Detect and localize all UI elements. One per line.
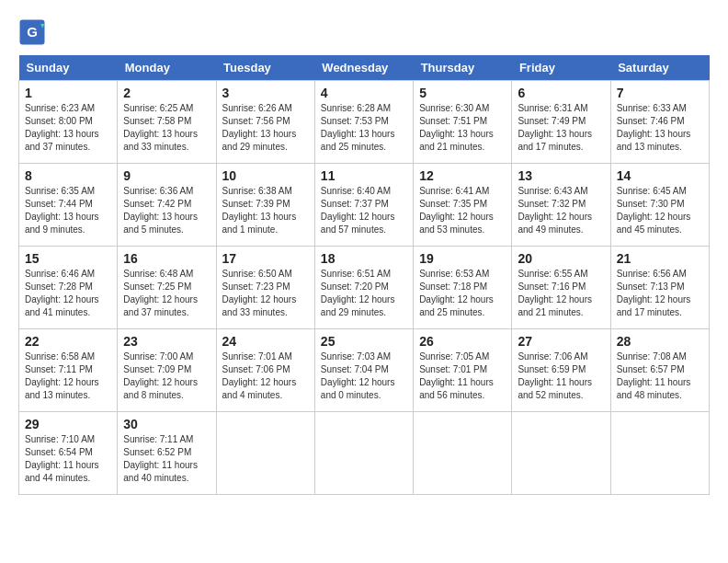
cell-details: Sunrise: 7:05 AMSunset: 7:01 PMDaylight:… — [419, 350, 506, 402]
cell-details: Sunrise: 6:45 AMSunset: 7:30 PMDaylight:… — [617, 185, 703, 236]
page-header: G — [18, 18, 710, 46]
cell-details: Sunrise: 7:10 AMSunset: 6:54 PMDaylight:… — [25, 433, 111, 485]
column-header-thursday: Thursday — [414, 55, 512, 81]
cell-details: Sunrise: 7:01 AMSunset: 7:06 PMDaylight:… — [222, 350, 309, 402]
calendar-cell: 25Sunrise: 7:03 AMSunset: 7:04 PMDayligh… — [314, 329, 413, 412]
calendar-cell: 28Sunrise: 7:08 AMSunset: 6:57 PMDayligh… — [610, 329, 709, 412]
cell-details: Sunrise: 6:48 AMSunset: 7:25 PMDaylight:… — [123, 268, 210, 319]
calendar-cell: 29Sunrise: 7:10 AMSunset: 6:54 PMDayligh… — [19, 412, 118, 495]
week-row-2: 8Sunrise: 6:35 AMSunset: 7:44 PMDaylight… — [19, 164, 710, 247]
cell-details: Sunrise: 6:56 AMSunset: 7:13 PMDaylight:… — [617, 268, 703, 319]
day-number: 30 — [123, 417, 210, 431]
day-number: 16 — [123, 251, 210, 266]
column-header-sunday: Sunday — [19, 55, 118, 81]
calendar-cell — [512, 412, 610, 495]
calendar-cell: 8Sunrise: 6:35 AMSunset: 7:44 PMDaylight… — [19, 164, 118, 247]
cell-details: Sunrise: 6:30 AMSunset: 7:51 PMDaylight:… — [419, 102, 506, 154]
cell-details: Sunrise: 6:28 AMSunset: 7:53 PMDaylight:… — [321, 102, 407, 154]
day-number: 2 — [123, 86, 210, 100]
day-number: 8 — [25, 168, 111, 183]
cell-details: Sunrise: 6:26 AMSunset: 7:56 PMDaylight:… — [222, 102, 309, 154]
calendar-cell: 5Sunrise: 6:30 AMSunset: 7:51 PMDaylight… — [414, 81, 512, 164]
cell-details: Sunrise: 7:08 AMSunset: 6:57 PMDaylight:… — [617, 350, 703, 402]
calendar-cell: 4Sunrise: 6:28 AMSunset: 7:53 PMDaylight… — [314, 81, 413, 164]
week-row-4: 22Sunrise: 6:58 AMSunset: 7:11 PMDayligh… — [19, 329, 710, 412]
day-number: 1 — [25, 86, 111, 100]
calendar-cell: 17Sunrise: 6:50 AMSunset: 7:23 PMDayligh… — [216, 247, 314, 329]
calendar-cell: 23Sunrise: 7:00 AMSunset: 7:09 PMDayligh… — [118, 329, 216, 412]
cell-details: Sunrise: 6:58 AMSunset: 7:11 PMDaylight:… — [25, 350, 111, 402]
day-number: 3 — [222, 86, 309, 100]
cell-details: Sunrise: 6:46 AMSunset: 7:28 PMDaylight:… — [25, 268, 111, 319]
day-number: 12 — [419, 168, 506, 183]
calendar-cell: 7Sunrise: 6:33 AMSunset: 7:46 PMDaylight… — [610, 81, 709, 164]
day-number: 13 — [518, 168, 604, 183]
cell-details: Sunrise: 7:06 AMSunset: 6:59 PMDaylight:… — [518, 350, 604, 402]
day-number: 26 — [419, 334, 506, 349]
day-number: 21 — [617, 251, 703, 266]
cell-details: Sunrise: 7:00 AMSunset: 7:09 PMDaylight:… — [123, 350, 210, 402]
day-number: 4 — [321, 86, 407, 100]
calendar-cell — [314, 412, 413, 495]
day-number: 11 — [321, 168, 407, 183]
column-header-wednesday: Wednesday — [314, 55, 413, 81]
calendar-cell: 12Sunrise: 6:41 AMSunset: 7:35 PMDayligh… — [414, 164, 512, 247]
cell-details: Sunrise: 6:38 AMSunset: 7:39 PMDaylight:… — [222, 185, 309, 236]
day-number: 18 — [321, 251, 407, 266]
calendar-cell: 9Sunrise: 6:36 AMSunset: 7:42 PMDaylight… — [118, 164, 216, 247]
calendar-cell: 11Sunrise: 6:40 AMSunset: 7:37 PMDayligh… — [314, 164, 413, 247]
calendar-cell: 13Sunrise: 6:43 AMSunset: 7:32 PMDayligh… — [512, 164, 610, 247]
day-number: 23 — [123, 334, 210, 349]
day-number: 17 — [222, 251, 309, 266]
cell-details: Sunrise: 6:23 AMSunset: 8:00 PMDaylight:… — [25, 102, 111, 154]
calendar-cell: 14Sunrise: 6:45 AMSunset: 7:30 PMDayligh… — [610, 164, 709, 247]
day-number: 10 — [222, 168, 309, 183]
calendar-cell: 10Sunrise: 6:38 AMSunset: 7:39 PMDayligh… — [216, 164, 314, 247]
calendar-cell: 24Sunrise: 7:01 AMSunset: 7:06 PMDayligh… — [216, 329, 314, 412]
column-header-tuesday: Tuesday — [216, 55, 314, 81]
day-number: 19 — [419, 251, 506, 266]
cell-details: Sunrise: 6:50 AMSunset: 7:23 PMDaylight:… — [222, 268, 309, 319]
day-number: 27 — [518, 334, 604, 349]
day-number: 5 — [419, 86, 506, 100]
calendar-cell: 2Sunrise: 6:25 AMSunset: 7:58 PMDaylight… — [118, 81, 216, 164]
cell-details: Sunrise: 6:41 AMSunset: 7:35 PMDaylight:… — [419, 185, 506, 236]
calendar-cell — [216, 412, 314, 495]
calendar-cell: 26Sunrise: 7:05 AMSunset: 7:01 PMDayligh… — [414, 329, 512, 412]
cell-details: Sunrise: 6:35 AMSunset: 7:44 PMDaylight:… — [25, 185, 111, 236]
cell-details: Sunrise: 6:36 AMSunset: 7:42 PMDaylight:… — [123, 185, 210, 236]
day-number: 7 — [617, 86, 703, 100]
svg-text:G: G — [27, 24, 38, 40]
calendar-cell: 20Sunrise: 6:55 AMSunset: 7:16 PMDayligh… — [512, 247, 610, 329]
calendar-cell — [414, 412, 512, 495]
calendar-table: SundayMondayTuesdayWednesdayThursdayFrid… — [18, 55, 710, 495]
week-row-5: 29Sunrise: 7:10 AMSunset: 6:54 PMDayligh… — [19, 412, 710, 495]
day-number: 22 — [25, 334, 111, 349]
calendar-cell: 18Sunrise: 6:51 AMSunset: 7:20 PMDayligh… — [314, 247, 413, 329]
calendar-cell: 15Sunrise: 6:46 AMSunset: 7:28 PMDayligh… — [19, 247, 118, 329]
calendar-cell: 22Sunrise: 6:58 AMSunset: 7:11 PMDayligh… — [19, 329, 118, 412]
day-number: 20 — [518, 251, 604, 266]
calendar-cell: 19Sunrise: 6:53 AMSunset: 7:18 PMDayligh… — [414, 247, 512, 329]
day-number: 15 — [25, 251, 111, 266]
calendar-cell — [610, 412, 709, 495]
logo: G — [18, 18, 50, 46]
cell-details: Sunrise: 6:53 AMSunset: 7:18 PMDaylight:… — [419, 268, 506, 319]
calendar-cell: 3Sunrise: 6:26 AMSunset: 7:56 PMDaylight… — [216, 81, 314, 164]
calendar-cell: 27Sunrise: 7:06 AMSunset: 6:59 PMDayligh… — [512, 329, 610, 412]
column-header-saturday: Saturday — [610, 55, 709, 81]
cell-details: Sunrise: 6:43 AMSunset: 7:32 PMDaylight:… — [518, 185, 604, 236]
logo-icon: G — [18, 18, 46, 46]
calendar-cell: 1Sunrise: 6:23 AMSunset: 8:00 PMDaylight… — [19, 81, 118, 164]
calendar-header-row: SundayMondayTuesdayWednesdayThursdayFrid… — [19, 55, 710, 81]
calendar-cell: 21Sunrise: 6:56 AMSunset: 7:13 PMDayligh… — [610, 247, 709, 329]
column-header-friday: Friday — [512, 55, 610, 81]
day-number: 25 — [321, 334, 407, 349]
cell-details: Sunrise: 6:55 AMSunset: 7:16 PMDaylight:… — [518, 268, 604, 319]
day-number: 28 — [617, 334, 703, 349]
day-number: 6 — [518, 86, 604, 100]
calendar-cell: 30Sunrise: 7:11 AMSunset: 6:52 PMDayligh… — [118, 412, 216, 495]
day-number: 24 — [222, 334, 309, 349]
cell-details: Sunrise: 6:40 AMSunset: 7:37 PMDaylight:… — [321, 185, 407, 236]
day-number: 14 — [617, 168, 703, 183]
